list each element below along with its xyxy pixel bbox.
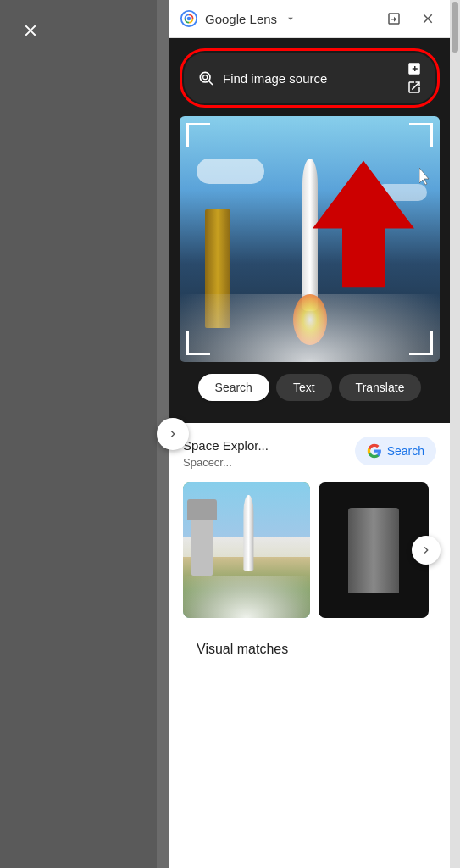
lens-search-icon	[197, 70, 214, 86]
find-source-text: Find image source	[223, 71, 327, 86]
image-results-next-button[interactable]	[412, 536, 441, 565]
find-source-bar[interactable]: Find image source	[184, 53, 435, 103]
result-rocket	[243, 495, 253, 571]
scrollbar[interactable]	[450, 0, 460, 868]
find-source-link-icon[interactable]	[407, 61, 422, 95]
result-title: Space Explor...	[183, 437, 269, 454]
new-tab-button[interactable]	[382, 7, 406, 31]
result-subtitle: Spacecr...	[183, 456, 269, 469]
content-area: Space Explor... Spacecr... Search	[169, 423, 450, 677]
close-button[interactable]	[15, 15, 46, 46]
search-button-label: Search	[387, 444, 424, 458]
image-results-row	[183, 482, 436, 618]
red-arrow-indicator	[313, 161, 414, 292]
image-section: Find image source	[169, 38, 450, 423]
result-smoke	[183, 576, 310, 618]
rocket-image	[180, 116, 440, 362]
result-image-1[interactable]	[183, 482, 310, 618]
google-search-button[interactable]: Search	[355, 437, 436, 465]
tab-search[interactable]: Search	[198, 374, 269, 401]
header-close-button[interactable]	[416, 7, 440, 31]
find-source-left: Find image source	[197, 70, 327, 86]
scroll-thumb[interactable]	[452, 2, 458, 53]
svg-marker-4	[313, 161, 414, 288]
main-panel: Google Lens	[169, 0, 450, 868]
tab-translate[interactable]: Translate	[339, 374, 422, 401]
smoke-cloud	[180, 294, 440, 362]
dropdown-button[interactable]	[284, 12, 297, 25]
water-tank	[187, 499, 217, 520]
google-lens-logo	[180, 9, 198, 28]
lens-header: Google Lens	[169, 0, 450, 38]
header-icons	[382, 7, 440, 31]
search-tabs: Search Text Translate	[180, 362, 440, 413]
visual-matches-title: Visual matches	[183, 635, 436, 664]
nav-forward-button[interactable]	[157, 418, 189, 450]
dark-rocket	[348, 508, 399, 593]
app-title: Google Lens	[205, 12, 277, 26]
svg-point-3	[203, 75, 208, 80]
svg-point-1	[187, 17, 191, 21]
cloud-1	[197, 159, 264, 184]
tab-text[interactable]: Text	[276, 374, 332, 401]
header-left: Google Lens	[180, 9, 297, 28]
find-source-wrapper: Find image source	[180, 48, 440, 108]
google-g-icon	[367, 443, 382, 459]
result-header: Space Explor... Spacecr... Search	[183, 437, 436, 469]
result-info: Space Explor... Spacecr...	[183, 437, 269, 469]
left-panel	[0, 0, 157, 868]
